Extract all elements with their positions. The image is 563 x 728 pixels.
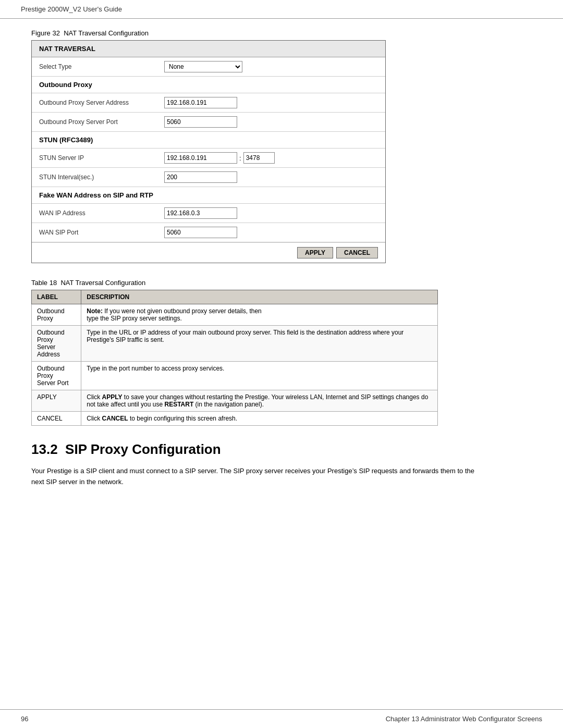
chapter-text: Chapter 13 Administrator Web Configurato… — [386, 715, 542, 723]
table-row: APPLY Click APPLY to save your changes w… — [32, 390, 438, 412]
nat-traversal-form: NAT TRAVERSAL Select Type None Outbound … — [31, 40, 386, 263]
stun-interval-input[interactable] — [164, 171, 237, 183]
fake-wan-header: Fake WAN Address on SIP and RTP — [32, 187, 385, 204]
row-label: Outbound Proxy — [32, 304, 81, 326]
stun-header: STUN (RFC3489) — [32, 132, 385, 149]
cancel-button[interactable]: CANCEL — [336, 247, 378, 258]
row-label: Outbound ProxyServer Address — [32, 326, 81, 362]
wan-sip-label: WAN SIP Port — [39, 229, 164, 236]
outbound-proxy-address-row: Outbound Proxy Server Address — [32, 93, 385, 113]
table-row: CANCEL Click CANCEL to begin configuring… — [32, 412, 438, 426]
table-header-row: LABEL DESCRIPTION — [32, 290, 438, 304]
figure-title: NAT Traversal Configuration — [64, 29, 149, 37]
row-label: CANCEL — [32, 412, 81, 426]
stun-server-ip-label: STUN Server IP — [39, 154, 164, 162]
select-type-dropdown[interactable]: None — [164, 61, 242, 72]
row-label: Outbound ProxyServer Port — [32, 362, 81, 390]
section-heading: 13.2 SIP Proxy Configuration — [31, 441, 532, 458]
row-description: Click APPLY to save your changes without… — [81, 390, 438, 412]
wan-sip-input[interactable] — [164, 227, 237, 238]
select-type-row: Select Type None — [32, 57, 385, 77]
table-caption: Table 18 NAT Traversal Configuration — [31, 279, 532, 287]
table-label: Table 18 — [31, 279, 57, 287]
wan-sip-row: WAN SIP Port — [32, 223, 385, 242]
col-description-header: DESCRIPTION — [81, 290, 438, 304]
stun-port-input[interactable] — [243, 152, 275, 164]
stun-server-ip-input[interactable] — [164, 152, 237, 164]
page-number: 96 — [21, 715, 28, 723]
main-content: Figure 32 NAT Traversal Configuration NA… — [0, 19, 563, 507]
section-title: SIP Proxy Configuration — [65, 441, 221, 457]
outbound-proxy-address-input[interactable] — [164, 97, 237, 108]
section-number: 13.2 — [31, 441, 58, 457]
outbound-proxy-port-label: Outbound Proxy Server Port — [39, 118, 164, 126]
wan-ip-row: WAN IP Address — [32, 204, 385, 223]
table-row: Outbound ProxyServer Port Type in the po… — [32, 362, 438, 390]
stun-interval-row: STUN Interval(sec.) — [32, 168, 385, 187]
page-header: Prestige 2000W_V2 User's Guide — [0, 0, 563, 19]
row-description: Type in the URL or IP address of your ma… — [81, 326, 438, 362]
outbound-proxy-address-label: Outbound Proxy Server Address — [39, 99, 164, 106]
section-text: Your Prestige is a SIP client and must c… — [31, 466, 480, 488]
form-button-row: APPLY CANCEL — [32, 242, 385, 263]
figure-label: Figure 32 — [31, 29, 60, 37]
header-text: Prestige 2000W_V2 User's Guide — [21, 5, 122, 13]
figure-caption: Figure 32 NAT Traversal Configuration — [31, 29, 532, 37]
wan-ip-label: WAN IP Address — [39, 209, 164, 217]
col-label-header: LABEL — [32, 290, 81, 304]
row-label: APPLY — [32, 390, 81, 412]
row-description: Type in the port number to access proxy … — [81, 362, 438, 390]
stun-interval-label: STUN Interval(sec.) — [39, 174, 164, 181]
outbound-proxy-port-input[interactable] — [164, 116, 237, 128]
colon-separator: : — [239, 154, 241, 162]
form-header: NAT TRAVERSAL — [32, 41, 385, 57]
outbound-proxy-header: Outbound Proxy — [32, 77, 385, 93]
row-description: Note: If you were not given outbound pro… — [81, 304, 438, 326]
select-type-label: Select Type — [39, 63, 164, 70]
stun-server-ip-row: STUN Server IP : — [32, 149, 385, 168]
page-footer: 96 Chapter 13 Administrator Web Configur… — [0, 709, 563, 728]
outbound-proxy-port-row: Outbound Proxy Server Port — [32, 113, 385, 132]
table-title: NAT Traversal Configuration — [60, 279, 145, 287]
apply-button[interactable]: APPLY — [297, 247, 333, 258]
table-row: Outbound ProxyServer Address Type in the… — [32, 326, 438, 362]
row-description: Click CANCEL to begin configuring this s… — [81, 412, 438, 426]
table-row: Outbound Proxy Note: If you were not giv… — [32, 304, 438, 326]
nat-traversal-table: LABEL DESCRIPTION Outbound Proxy Note: I… — [31, 290, 438, 426]
wan-ip-input[interactable] — [164, 207, 237, 219]
